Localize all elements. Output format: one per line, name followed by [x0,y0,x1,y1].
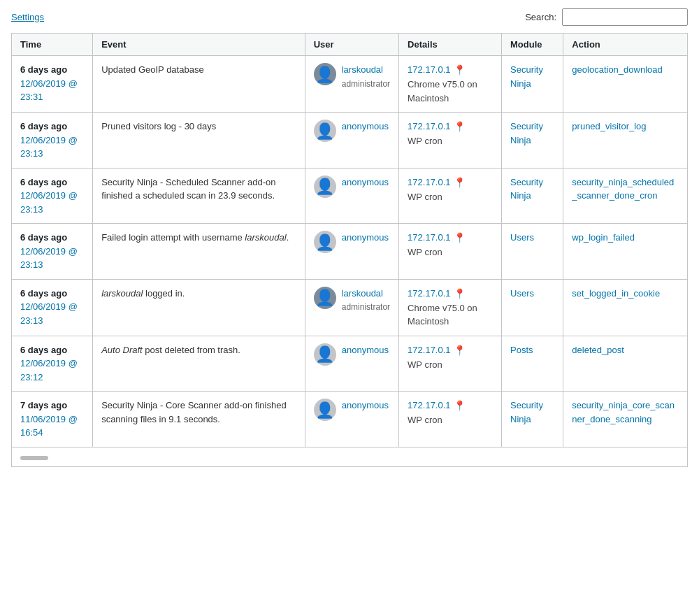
event-text: Failed login attempt with username larsk… [101,232,289,243]
action-text[interactable]: geolocation_download [572,64,662,75]
action-text[interactable]: pruned_visitor_log [572,121,646,131]
time-relative: 6 days ago [20,288,67,299]
user-role: administrator [342,302,390,312]
action-cell: security_ninja_core_scanner_done_scannin… [563,392,688,447]
module-link[interactable]: Users [510,288,534,299]
username-link[interactable]: larskoudal [342,287,390,301]
detail-sub: Chrome v75.0 on Macintosh [408,78,493,105]
username-link[interactable]: anonymous [342,343,389,357]
location-icon[interactable]: 📍 [454,287,466,301]
user-cell: 👤 anonymous [305,168,398,224]
time-cell: 7 days ago 11/06/2019 @ 16:54 [12,392,93,447]
ip-link[interactable]: 172.17.0.1 [408,120,450,134]
table-row: 6 days ago 12/06/2019 @ 23:13 larskoudal… [12,279,688,336]
details-cell: 172.17.0.1 📍 Chrome v75.0 on Macintosh [399,56,502,113]
ip-link[interactable]: 172.17.0.1 [408,287,450,301]
ip-link[interactable]: 172.17.0.1 [408,231,450,245]
time-exact[interactable]: 12/06/2019 @ 23:13 [20,190,78,215]
location-icon[interactable]: 📍 [454,399,466,413]
location-icon[interactable]: 📍 [454,120,466,134]
username-link[interactable]: anonymous [342,120,389,134]
location-icon[interactable]: 📍 [454,176,466,190]
module-link[interactable]: Security Ninja [510,400,543,424]
location-icon[interactable]: 📍 [454,231,466,245]
location-icon[interactable]: 📍 [454,63,466,78]
event-text: Security Ninja - Scheduled Scanner add-o… [101,177,275,201]
action-cell: security_ninja_scheduled_scanner_done_cr… [563,168,688,224]
table-row: 6 days ago 12/06/2019 @ 23:31 Updated Ge… [12,56,688,113]
action-text[interactable]: security_ninja_core_scanner_done_scannin… [572,400,675,424]
details-cell: 172.17.0.1 📍 WP cron [399,168,502,224]
details-cell: 172.17.0.1 📍 WP cron [399,392,502,447]
detail-sub: WP cron [408,245,493,259]
scrollbar-handle[interactable] [20,456,48,460]
table-row: 7 days ago 11/06/2019 @ 16:54 Security N… [12,392,688,447]
user-cell: 👤 anonymous [305,224,398,280]
col-user: User [305,34,398,56]
action-cell: geolocation_download [563,56,688,113]
ip-link[interactable]: 172.17.0.1 [408,343,450,357]
module-cell: Security Ninja [502,392,563,447]
table-row: 6 days ago 12/06/2019 @ 23:12 Auto Draft… [12,336,688,392]
ip-link[interactable]: 172.17.0.1 [408,176,450,189]
time-cell: 6 days ago 12/06/2019 @ 23:13 [12,113,93,169]
user-role: administrator [342,79,390,89]
username-link[interactable]: anonymous [342,231,389,245]
time-relative: 6 days ago [20,232,67,243]
details-cell: 172.17.0.1 📍 WP cron [399,224,502,280]
ip-link[interactable]: 172.17.0.1 [408,399,450,413]
col-details: Details [399,34,502,56]
search-input[interactable] [562,8,688,26]
location-icon[interactable]: 📍 [454,343,466,358]
action-text[interactable]: wp_login_failed [572,232,635,243]
top-bar: Settings Search: [11,8,688,26]
time-exact[interactable]: 12/06/2019 @ 23:13 [20,135,78,159]
table-row: 6 days ago 12/06/2019 @ 23:13 Failed log… [12,224,688,280]
col-event: Event [93,34,305,56]
action-cell: pruned_visitor_log [563,113,688,169]
action-text[interactable]: security_ninja_scheduled_scanner_done_cr… [572,177,674,201]
detail-sub: WP cron [408,413,493,427]
module-link[interactable]: Users [510,232,534,243]
user-cell: 👤 anonymous [305,392,398,447]
action-text[interactable]: set_logged_in_cookie [572,288,660,299]
action-text[interactable]: deleted_post [572,345,624,355]
module-link[interactable]: Security Ninja [510,64,543,89]
time-relative: 6 days ago [20,177,67,187]
username-link[interactable]: anonymous [342,176,389,189]
time-relative: 6 days ago [20,64,67,75]
time-exact[interactable]: 12/06/2019 @ 23:13 [20,246,78,271]
events-table: Time Event User Details Module Action 6 … [11,33,688,467]
detail-sub: WP cron [408,190,493,204]
module-link[interactable]: Security Ninja [510,177,543,201]
time-cell: 6 days ago 12/06/2019 @ 23:13 [12,168,93,224]
username-link[interactable]: larskoudal [342,63,390,77]
event-text: Pruned visitors log - 30 days [101,121,216,131]
module-cell: Posts [502,336,563,392]
time-cell: 6 days ago 12/06/2019 @ 23:13 [12,279,93,336]
user-cell: 👤 anonymous [305,336,398,392]
time-exact[interactable]: 12/06/2019 @ 23:31 [20,78,78,103]
module-link[interactable]: Security Ninja [510,121,543,145]
table-header-row: Time Event User Details Module Action [12,34,688,56]
time-cell: 6 days ago 12/06/2019 @ 23:13 [12,224,93,280]
event-text: Auto Draft post deleted from trash. [101,345,240,355]
username-link[interactable]: anonymous [342,399,389,413]
search-area: Search: [525,8,688,26]
module-cell: Security Ninja [502,168,563,224]
event-cell: Pruned visitors log - 30 days [93,113,305,169]
time-exact[interactable]: 12/06/2019 @ 23:12 [20,358,78,382]
settings-link[interactable]: Settings [11,12,44,22]
module-link[interactable]: Posts [510,345,533,355]
time-relative: 7 days ago [20,400,67,410]
ip-link[interactable]: 172.17.0.1 [408,63,450,77]
detail-sub: WP cron [408,358,493,372]
time-exact[interactable]: 12/06/2019 @ 23:13 [20,301,78,326]
time-exact[interactable]: 11/06/2019 @ 16:54 [20,414,78,438]
col-action: Action [563,34,688,56]
time-relative: 6 days ago [20,345,67,355]
col-module: Module [502,34,563,56]
event-cell: Auto Draft post deleted from trash. [93,336,305,392]
module-cell: Users [502,279,563,336]
event-cell: Security Ninja - Scheduled Scanner add-o… [93,168,305,224]
